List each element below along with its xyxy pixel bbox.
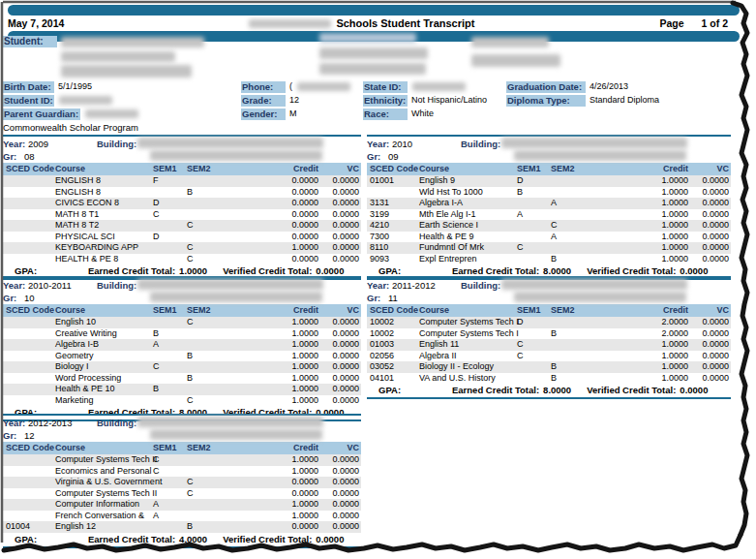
building-label: Building: bbox=[97, 280, 136, 291]
credit-cell: 1.0000 bbox=[262, 511, 318, 522]
vc-cell: 0.0000 bbox=[318, 511, 361, 522]
vc-cell: 0.0000 bbox=[688, 351, 731, 362]
credit-cell: 1.0000 bbox=[632, 187, 688, 199]
transcript-report-page: May 7, 2014 Schools Student Transcript P… bbox=[0, 0, 756, 559]
credit-cell: 1.0000 bbox=[262, 395, 318, 407]
gpa-label: GPA: bbox=[378, 385, 452, 395]
sced-code-cell bbox=[3, 488, 53, 500]
credit-cell: 1.0000 bbox=[262, 384, 318, 395]
course-row: Computer InformationA1.00000.0000 bbox=[3, 499, 361, 511]
sem1-grade-cell: A bbox=[153, 339, 187, 351]
redacted-district-name bbox=[249, 19, 331, 28]
course-row: ENGLISH 8B0.00000.0000 bbox=[3, 187, 361, 199]
redacted-school-name bbox=[319, 33, 416, 43]
sced-code-cell: 10002 bbox=[367, 328, 417, 340]
vc-cell: 0.0000 bbox=[688, 328, 731, 340]
term-section-header: Year:2011-2012Building:Gr:11 bbox=[367, 278, 731, 304]
sced-code-cell bbox=[3, 242, 53, 254]
sced-code-cell bbox=[3, 232, 53, 243]
earned-credit-total: Earned Credit Total:8.0000 bbox=[452, 385, 571, 395]
sced-code-cell bbox=[3, 209, 53, 221]
year-value: 2010 bbox=[392, 139, 412, 149]
redacted-student-address-line2 bbox=[61, 65, 192, 78]
course-row: 02056Algebra IIC1.00000.0000 bbox=[367, 351, 731, 362]
earned-credit-label: Earned Credit Total: bbox=[452, 265, 539, 276]
course-row: 8110Fundmntl Of MrkC1.00000.0000 bbox=[367, 242, 731, 254]
sced-code-cell: 10002 bbox=[367, 317, 417, 328]
course-row: English 10C1.00000.0000 bbox=[3, 317, 361, 328]
credit-cell: 1.0000 bbox=[632, 361, 688, 373]
course-row: MarketingC1.00000.0000 bbox=[3, 395, 361, 407]
sem1-grade-cell: F bbox=[153, 175, 187, 187]
vc-cell: 0.0000 bbox=[688, 175, 731, 187]
course-cell: Word Processing bbox=[53, 373, 153, 385]
vc-cell: 0.0000 bbox=[688, 187, 731, 199]
info-field-label: State ID: bbox=[363, 81, 408, 93]
credit-cell: 1.0000 bbox=[262, 499, 318, 511]
sced-code-cell bbox=[367, 187, 417, 199]
sem2-grade-cell bbox=[187, 209, 262, 221]
sced-code-cell: 4210 bbox=[367, 220, 417, 232]
course-rows: ENGLISH 8F0.00000.0000ENGLISH 8B0.00000.… bbox=[3, 175, 361, 264]
vc-cell: 0.0000 bbox=[688, 361, 731, 373]
credit-cell: 1.0000 bbox=[262, 466, 318, 478]
sem1-grade-cell: C bbox=[153, 361, 187, 373]
info-field-value: White bbox=[411, 109, 434, 118]
column-header: SEM2 bbox=[187, 442, 262, 454]
course-cell: Mth Ele Alg I-1 bbox=[417, 209, 517, 221]
sem2-grade-cell: B bbox=[551, 373, 632, 385]
course-cell: Algebra I-A bbox=[417, 198, 517, 209]
sem1-grade-cell: C bbox=[517, 242, 551, 254]
sced-code-cell: 02056 bbox=[367, 351, 417, 362]
sced-code-cell bbox=[3, 328, 53, 340]
grade-value: 11 bbox=[388, 293, 398, 303]
sem2-grade-cell: B bbox=[187, 373, 262, 385]
grade-label: Gr: bbox=[3, 430, 16, 441]
course-cell: Biology I bbox=[53, 361, 153, 373]
column-header: VC bbox=[688, 304, 731, 317]
column-header: SEM2 bbox=[551, 163, 632, 175]
vc-cell: 0.0000 bbox=[688, 339, 731, 351]
column-header: SCED Code bbox=[3, 442, 53, 454]
course-cell: Computer Information bbox=[53, 499, 153, 511]
sem1-grade-cell bbox=[517, 220, 551, 232]
grade-label: Gr: bbox=[3, 151, 16, 162]
year-label: Year: bbox=[367, 280, 389, 291]
sced-code-cell bbox=[3, 339, 53, 351]
column-header: Course bbox=[417, 304, 517, 317]
verified-credit-value: 0.0000 bbox=[680, 385, 708, 395]
course-cell: Expl Entrepren bbox=[417, 254, 517, 265]
gpa-label: GPA: bbox=[378, 265, 452, 276]
credit-cell: 0.0000 bbox=[262, 209, 318, 221]
credit-cell: 0.0000 bbox=[262, 232, 318, 243]
year-label: Year: bbox=[3, 139, 25, 149]
course-row: 10002Computer Systems Tech ID2.00000.000… bbox=[367, 317, 731, 328]
credit-cell: 1.0000 bbox=[632, 198, 688, 209]
column-header: VC bbox=[318, 442, 361, 454]
verified-credit-total: Verified Credit Total:0.0000 bbox=[223, 534, 344, 544]
info-field: State ID: bbox=[363, 81, 487, 95]
verified-credit-label: Verified Credit Total: bbox=[223, 265, 312, 276]
sem2-grade-cell bbox=[187, 454, 262, 466]
course-cell: Computer Systems Tech II bbox=[53, 488, 153, 500]
info-field-label: Ethnicity: bbox=[363, 95, 408, 107]
info-field-label: Grade: bbox=[241, 95, 286, 107]
course-cell: English 9 bbox=[417, 175, 517, 187]
column-header: SCED Code bbox=[367, 304, 417, 317]
course-row: 9093Expl EntreprenB1.00000.0000 bbox=[367, 254, 731, 265]
term-section-header: Year:2009Building:Gr:08 bbox=[3, 137, 361, 163]
table-header-row: SCED CodeCourseSEM1SEM2CreditVC bbox=[3, 163, 361, 175]
sem2-grade-cell: B bbox=[551, 254, 632, 265]
table-header-row: SCED CodeCourseSEM1SEM2CreditVC bbox=[367, 163, 731, 175]
column-header: Credit bbox=[262, 163, 318, 175]
course-row: 03052Biology II - EcologyB1.00000.0000 bbox=[367, 361, 731, 373]
verified-credit-label: Verified Credit Total: bbox=[587, 385, 676, 395]
sced-code-cell bbox=[3, 373, 53, 385]
earned-credit-label: Earned Credit Total: bbox=[88, 534, 175, 544]
redacted-building-line2 bbox=[150, 150, 322, 161]
sem2-grade-cell bbox=[551, 339, 632, 351]
course-row: Algebra I-BA1.00000.0000 bbox=[3, 339, 361, 351]
term-section: Year:2011-2012Building:Gr:11SCED CodeCou… bbox=[367, 276, 731, 399]
sem2-grade-cell: A bbox=[551, 232, 632, 243]
info-field: Graduation Date:4/26/2013 bbox=[506, 81, 659, 95]
